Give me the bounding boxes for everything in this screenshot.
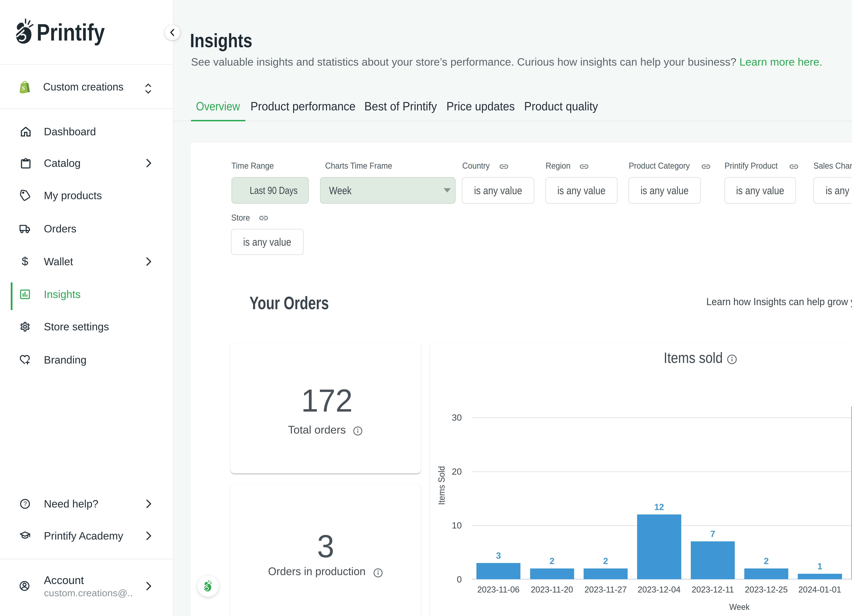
svg-text:Printify: Printify	[37, 20, 105, 46]
svg-text:?: ?	[23, 500, 27, 507]
svg-text:$: $	[22, 256, 28, 267]
svg-text:S: S	[22, 85, 25, 92]
